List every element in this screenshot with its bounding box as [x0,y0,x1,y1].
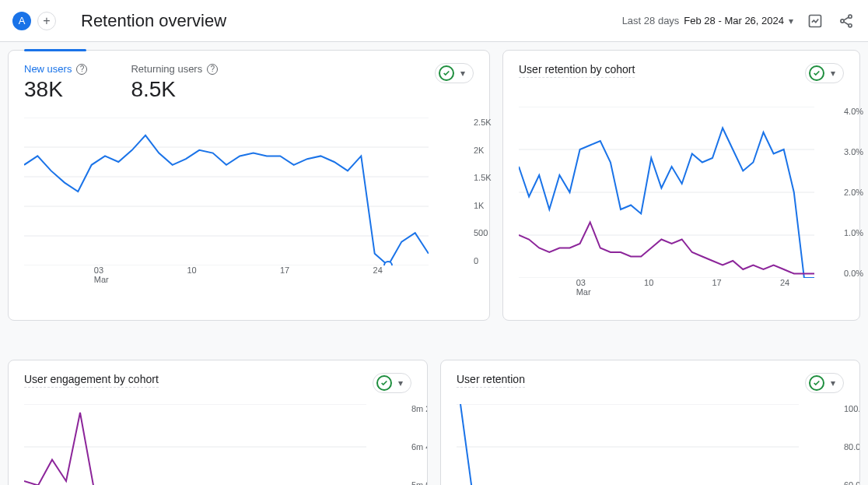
cohort-chart: 4.0%3.0%2.0%1.0%0.0% 03 Mar101724 [519,107,844,286]
retention-chart: 100.0%80.0%60.0% [457,404,844,485]
card-engagement: User engagement by cohort ▾ 8m 20s6m 40s… [8,360,428,485]
card-retention: User retention ▾ 100.0%80.0%60.0% [440,360,860,485]
card-actions[interactable]: ▾ [373,373,411,393]
add-button[interactable]: + [37,12,56,30]
card-title: User retention by cohort [519,63,635,78]
card-actions[interactable]: ▾ [805,63,844,83]
metric-new-users-label[interactable]: New users ? [24,63,87,76]
metric-returning-users-value: 8.5K [131,77,218,102]
chevron-down-icon: ▾ [456,68,470,79]
metric-new-users-value: 38K [24,77,87,102]
chevron-down-icon: ▾ [394,378,408,388]
chevron-down-icon: ▾ [826,378,840,388]
card-actions[interactable]: ▾ [805,373,844,393]
chevron-down-icon: ▾ [789,16,793,26]
insights-icon[interactable] [806,12,824,30]
check-icon [376,375,392,391]
card-actions[interactable]: ▾ [435,63,474,83]
share-icon[interactable] [837,12,856,30]
help-icon[interactable]: ? [207,64,218,75]
check-icon [809,375,824,391]
page-title: Retention overview [81,11,226,31]
check-icon [439,65,454,81]
card-cohort-retention: User retention by cohort ▾ 4.0%3.0%2.0%1… [502,50,860,321]
engagement-chart: 8m 20s6m 40s5m 00s [24,404,411,485]
metric-returning-users-label[interactable]: Returning users ? [131,63,218,76]
card-title: User engagement by cohort [24,373,159,388]
date-prefix: Last 28 days [622,15,680,26]
chevron-down-icon: ▾ [826,68,840,79]
users-chart: 2.5K2K1.5K1K5000 03 Mar101724 [24,118,474,273]
card-users-overview: New users ? 38K Returning users ? 8.5K [8,50,490,321]
avatar[interactable]: A [12,12,31,30]
header-bar: A + Retention overview Last 28 days Feb … [0,0,868,42]
date-range-text: Feb 28 - Mar 26, 2024 [684,15,784,26]
date-range-picker[interactable]: Last 28 days Feb 28 - Mar 26, 2024 ▾ [622,15,793,26]
check-icon [809,65,824,81]
active-tab-indicator [24,49,86,51]
help-icon[interactable]: ? [76,64,87,75]
card-title: User retention [457,373,525,388]
